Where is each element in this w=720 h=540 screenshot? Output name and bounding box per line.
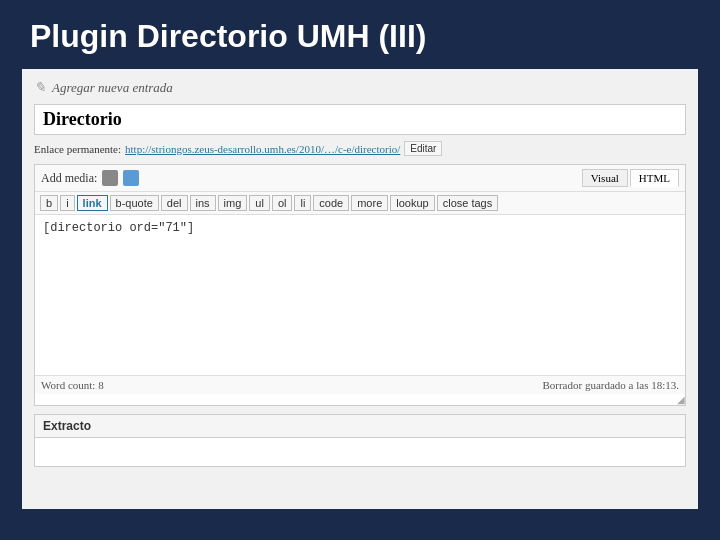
tab-visual[interactable]: Visual bbox=[582, 169, 628, 187]
editor-content[interactable]: [directorio ord="71"] bbox=[35, 215, 685, 375]
tb-bold[interactable]: b bbox=[40, 195, 58, 211]
tb-ul[interactable]: ul bbox=[249, 195, 270, 211]
tb-code[interactable]: code bbox=[313, 195, 349, 211]
toolbar-row: b i link b-quote del ins img ul ol li co… bbox=[35, 192, 685, 215]
permalink-label: Enlace permanente: bbox=[34, 143, 121, 155]
tb-del[interactable]: del bbox=[161, 195, 188, 211]
editor-footer: Word count: 8 Borrador guardado a las 18… bbox=[35, 375, 685, 394]
post-title[interactable]: Directorio bbox=[34, 104, 686, 135]
tb-lookup[interactable]: lookup bbox=[390, 195, 434, 211]
permalink-edit-button[interactable]: Editar bbox=[404, 141, 442, 156]
word-count: Word count: 8 bbox=[41, 379, 104, 391]
tb-bquote[interactable]: b-quote bbox=[110, 195, 159, 211]
tb-close-tags[interactable]: close tags bbox=[437, 195, 499, 211]
pencil-icon: ✎ bbox=[34, 79, 46, 96]
tb-li[interactable]: li bbox=[294, 195, 311, 211]
draft-saved: Borrador guardado a las 18:13. bbox=[542, 379, 679, 391]
excerpt-title: Extracto bbox=[35, 415, 685, 438]
tb-img[interactable]: img bbox=[218, 195, 248, 211]
permalink-bar: Enlace permanente: http://striongos.zeus… bbox=[34, 141, 686, 156]
permalink-url[interactable]: http://striongos.zeus-desarrollo.umh.es/… bbox=[125, 143, 400, 155]
excerpt-content[interactable] bbox=[35, 438, 685, 466]
wp-admin-panel: ✎ Agregar nueva entrada Directorio Enlac… bbox=[22, 69, 698, 509]
add-new-label: Agregar nueva entrada bbox=[52, 80, 173, 96]
tb-ins[interactable]: ins bbox=[190, 195, 216, 211]
slide-title: Plugin Directorio UMH (III) bbox=[0, 0, 720, 69]
resize-handle[interactable]: ◢ bbox=[35, 394, 685, 405]
tb-ol[interactable]: ol bbox=[272, 195, 293, 211]
editor-topbar: Add media: Visual HTML bbox=[35, 165, 685, 192]
tab-html[interactable]: HTML bbox=[630, 169, 679, 187]
editor-area: Add media: Visual HTML b i link b-quote … bbox=[34, 164, 686, 406]
view-tabs: Visual HTML bbox=[582, 169, 679, 187]
tb-more[interactable]: more bbox=[351, 195, 388, 211]
content-area: ✎ Agregar nueva entrada Directorio Enlac… bbox=[22, 69, 698, 509]
excerpt-section: Extracto bbox=[34, 414, 686, 467]
media-icon-2[interactable] bbox=[123, 170, 139, 186]
add-media-area: Add media: bbox=[41, 170, 139, 186]
add-new-bar: ✎ Agregar nueva entrada bbox=[34, 79, 686, 96]
tb-italic[interactable]: i bbox=[60, 195, 74, 211]
tb-link[interactable]: link bbox=[77, 195, 108, 211]
add-media-label: Add media: bbox=[41, 171, 97, 186]
media-icon-1[interactable] bbox=[102, 170, 118, 186]
